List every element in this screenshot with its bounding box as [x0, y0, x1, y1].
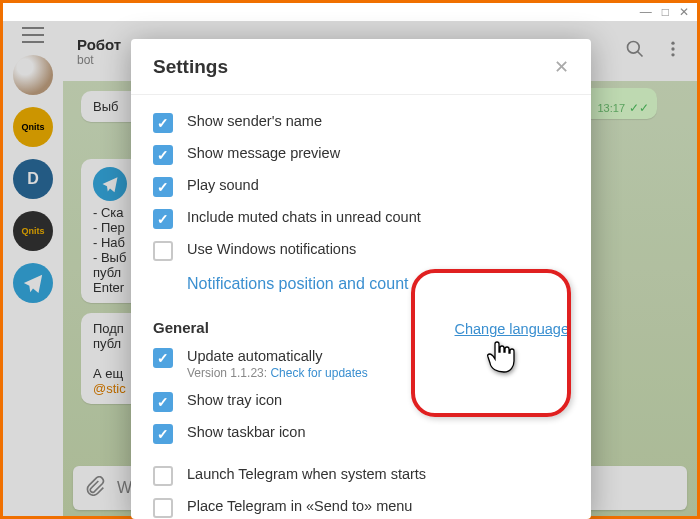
setting-update-auto[interactable]: Update automatically Version 1.1.23: Che… — [153, 342, 569, 386]
change-language-link[interactable]: Change language — [455, 321, 570, 337]
setting-play-sound[interactable]: Play sound — [153, 171, 569, 203]
setting-show-taskbar[interactable]: Show taskbar icon — [153, 418, 569, 450]
window-close-button[interactable]: ✕ — [679, 5, 689, 19]
setting-label: Show message preview — [187, 145, 340, 161]
checkbox-checked-icon[interactable] — [153, 177, 173, 197]
settings-modal-header: Settings ✕ — [131, 39, 591, 95]
setting-label: Play sound — [187, 177, 259, 193]
setting-label: Place Telegram in «Send to» menu — [187, 498, 412, 514]
setting-show-preview[interactable]: Show message preview — [153, 139, 569, 171]
setting-use-windows-notif[interactable]: Use Windows notifications — [153, 235, 569, 267]
setting-label: Use Windows notifications — [187, 241, 356, 257]
setting-show-sender[interactable]: Show sender's name — [153, 107, 569, 139]
version-text: Version 1.1.23: Check for updates — [187, 366, 368, 380]
checkbox-checked-icon[interactable] — [153, 392, 173, 412]
setting-label: Show taskbar icon — [187, 424, 305, 440]
setting-label: Launch Telegram when system starts — [187, 466, 426, 482]
setting-label: Show sender's name — [187, 113, 322, 129]
checkbox-unchecked-icon[interactable] — [153, 466, 173, 486]
setting-launch-startup[interactable]: Launch Telegram when system starts — [153, 460, 569, 492]
notif-position-link-row: Notifications position and count — [153, 267, 569, 301]
window-titlebar: — □ ✕ — [3, 3, 697, 21]
general-heading: General — [153, 319, 209, 336]
settings-body: Show sender's name Show message preview … — [131, 95, 591, 519]
settings-title: Settings — [153, 56, 228, 78]
setting-label: Show tray icon — [187, 392, 282, 408]
maximize-button[interactable]: □ — [662, 5, 669, 19]
settings-modal: Settings ✕ Show sender's name Show messa… — [131, 39, 591, 519]
setting-include-muted[interactable]: Include muted chats in unread count — [153, 203, 569, 235]
checkbox-checked-icon[interactable] — [153, 145, 173, 165]
close-icon[interactable]: ✕ — [554, 56, 569, 78]
checkbox-unchecked-icon[interactable] — [153, 241, 173, 261]
minimize-button[interactable]: — — [640, 5, 652, 19]
setting-label: Update automatically — [187, 348, 368, 364]
checkbox-checked-icon[interactable] — [153, 348, 173, 368]
checkbox-checked-icon[interactable] — [153, 113, 173, 133]
setting-show-tray[interactable]: Show tray icon — [153, 386, 569, 418]
checkbox-checked-icon[interactable] — [153, 209, 173, 229]
check-updates-link[interactable]: Check for updates — [270, 366, 367, 380]
setting-send-to[interactable]: Place Telegram in «Send to» menu — [153, 492, 569, 519]
setting-label-group: Update automatically Version 1.1.23: Che… — [187, 348, 368, 380]
checkbox-checked-icon[interactable] — [153, 424, 173, 444]
general-heading-row: General Change language — [153, 301, 569, 342]
window-frame: — □ ✕ Qnits D Qnits Робот bot — [0, 0, 700, 519]
checkbox-unchecked-icon[interactable] — [153, 498, 173, 518]
notifications-position-link[interactable]: Notifications position and count — [187, 275, 408, 292]
app-shell: Qnits D Qnits Робот bot Выб — [3, 21, 697, 516]
setting-label: Include muted chats in unread count — [187, 209, 421, 225]
